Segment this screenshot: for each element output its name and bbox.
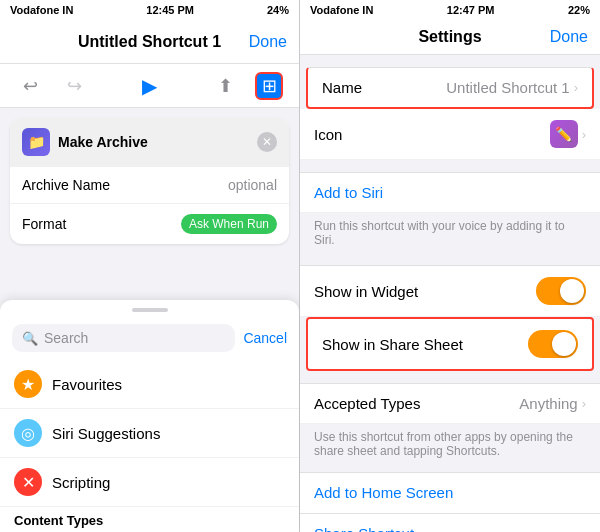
format-row: Format Ask When Run	[10, 203, 289, 244]
left-carrier: Vodafone IN	[10, 4, 73, 16]
share-shortcut-label: Share Shortcut	[314, 525, 414, 532]
icon-label: Icon	[314, 126, 342, 143]
name-chevron: ›	[574, 80, 578, 95]
favourites-icon: ★	[14, 370, 42, 398]
left-panel: Vodafone IN 12:45 PM 24% Untitled Shortc…	[0, 0, 300, 532]
toggle-knob-2	[552, 332, 576, 356]
name-value: Untitled Shortcut 1 ›	[446, 79, 578, 96]
name-label: Name	[322, 79, 362, 96]
show-share-sheet-row: Show in Share Sheet	[306, 317, 594, 371]
redo-icon[interactable]: ↪	[60, 72, 88, 100]
content-types-header: Content Types	[0, 507, 299, 532]
right-nav-bar: Settings Done	[300, 20, 600, 55]
right-panel: Vodafone IN 12:47 PM 22% Settings Done N…	[300, 0, 600, 532]
accepted-types-section: Accepted Types Anything › Use this short…	[300, 383, 600, 464]
scripting-icon: ✕	[14, 468, 42, 496]
toggle-knob	[560, 279, 584, 303]
add-home-screen-row[interactable]: Add to Home Screen	[300, 472, 600, 514]
search-row: 🔍 Search Cancel	[0, 320, 299, 360]
siri-section: Add to Siri Run this shortcut with your …	[300, 172, 600, 253]
list-item-siri[interactable]: ◎ Siri Suggestions	[0, 409, 299, 458]
format-label: Format	[22, 216, 66, 232]
toggle-section: Show in Widget Show in Share Sheet	[300, 265, 600, 371]
sheet-handle	[0, 300, 299, 320]
right-nav-title: Settings	[418, 28, 481, 46]
undo-icon[interactable]: ↩	[16, 72, 44, 100]
action-close-button[interactable]: ✕	[257, 132, 277, 152]
right-battery: 22%	[568, 4, 590, 16]
show-widget-row: Show in Widget	[300, 265, 600, 317]
left-toolbar: ↩ ↪ ▶ ⬆ ⊞	[0, 64, 299, 108]
search-box[interactable]: 🔍 Search	[12, 324, 235, 352]
name-row[interactable]: Name Untitled Shortcut 1 ›	[306, 67, 594, 109]
left-time: 12:45 PM	[146, 4, 194, 16]
action-title: Make Archive	[58, 134, 249, 150]
accepted-types-value: Anything ›	[519, 395, 586, 412]
list-item-favourites[interactable]: ★ Favourites	[0, 360, 299, 409]
siri-note: Run this shortcut with your voice by add…	[300, 213, 600, 253]
left-nav-bar: Untitled Shortcut 1 Done	[0, 20, 299, 64]
left-done-button[interactable]: Done	[249, 33, 287, 51]
search-icon: 🔍	[22, 331, 38, 346]
share-icon[interactable]: ⬆	[211, 72, 239, 100]
handle-bar	[132, 308, 168, 312]
show-share-sheet-label: Show in Share Sheet	[322, 336, 463, 353]
left-status-bar: Vodafone IN 12:45 PM 24%	[0, 0, 299, 20]
content-area	[0, 254, 299, 300]
settings-section-top: Name Untitled Shortcut 1 › Icon ✏️ ›	[300, 67, 600, 160]
scripting-label: Scripting	[52, 474, 110, 491]
show-widget-toggle[interactable]	[536, 277, 586, 305]
archive-name-value[interactable]: optional	[228, 177, 277, 193]
play-icon[interactable]: ▶	[136, 72, 164, 100]
right-status-bar: Vodafone IN 12:47 PM 22%	[300, 0, 600, 20]
add-home-screen-label: Add to Home Screen	[314, 484, 453, 501]
archive-name-row: Archive Name optional	[10, 166, 289, 203]
cancel-button[interactable]: Cancel	[243, 330, 287, 346]
right-time: 12:47 PM	[447, 4, 495, 16]
bottom-sheet: 🔍 Search Cancel ★ Favourites ◎ Siri Sugg…	[0, 300, 299, 532]
siri-label: Siri Suggestions	[52, 425, 160, 442]
accepted-types-row[interactable]: Accepted Types Anything ›	[300, 383, 600, 424]
left-nav-title: Untitled Shortcut 1	[78, 33, 221, 51]
icon-preview: ✏️	[550, 120, 578, 148]
format-badge[interactable]: Ask When Run	[181, 214, 277, 234]
right-carrier: Vodafone IN	[310, 4, 373, 16]
search-placeholder: Search	[44, 330, 88, 346]
settings-icon[interactable]: ⊞	[255, 72, 283, 100]
archive-name-label: Archive Name	[22, 177, 110, 193]
right-done-button[interactable]: Done	[550, 28, 588, 46]
share-shortcut-row[interactable]: Share Shortcut	[300, 514, 600, 532]
siri-icon: ◎	[14, 419, 42, 447]
icon-value: ✏️ ›	[550, 120, 586, 148]
add-to-siri-label: Add to Siri	[314, 184, 383, 201]
favourites-label: Favourites	[52, 376, 122, 393]
icon-chevron: ›	[582, 127, 586, 142]
left-battery: 24%	[267, 4, 289, 16]
show-share-sheet-toggle[interactable]	[528, 330, 578, 358]
accepted-types-chevron: ›	[582, 396, 586, 411]
add-to-siri-row[interactable]: Add to Siri	[300, 172, 600, 213]
action-icon: 📁	[22, 128, 50, 156]
accepted-types-label: Accepted Types	[314, 395, 420, 412]
list-item-scripting[interactable]: ✕ Scripting	[0, 458, 299, 507]
accepted-types-note: Use this shortcut from other apps by ope…	[300, 424, 600, 464]
action-card: 📁 Make Archive ✕ Archive Name optional F…	[10, 118, 289, 244]
action-header: 📁 Make Archive ✕	[10, 118, 289, 166]
show-widget-label: Show in Widget	[314, 283, 418, 300]
icon-row[interactable]: Icon ✏️ ›	[300, 109, 600, 160]
